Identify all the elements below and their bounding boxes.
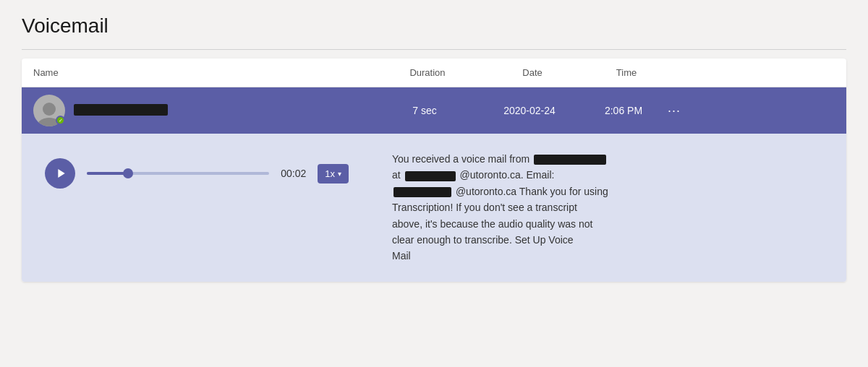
svg-marker-2	[58, 169, 64, 178]
transcript-line6: clear enough to transcribe. Set Up Voice	[392, 234, 574, 246]
play-icon	[56, 168, 67, 179]
voicemail-row[interactable]: 7 sec 2020-02-24 2:06 PM ···	[22, 87, 846, 134]
row-time: 2:06 PM	[587, 105, 660, 116]
speed-button[interactable]: 1x ▾	[318, 164, 349, 184]
time-display: 00:02	[281, 168, 306, 179]
chevron-down-icon: ▾	[338, 170, 341, 178]
detail-panel: 00:02 1x ▾ You received a voice mail fro…	[22, 134, 846, 282]
transcript-name-redacted	[534, 155, 606, 165]
transcript-email-redacted	[405, 171, 456, 181]
col-header-time: Time	[590, 67, 663, 78]
transcript-line4: Transcription! If you don't see a transc…	[392, 202, 577, 213]
column-headers: Name Duration Date Time	[22, 59, 846, 87]
progress-fill	[87, 172, 127, 175]
progress-bar[interactable]	[87, 172, 269, 175]
transcript-block: You received a voice mail from at @utoro…	[392, 151, 823, 264]
col-header-duration: Duration	[380, 67, 475, 78]
voicemail-container: Name Duration Date Time 7 sec 2020-02-24…	[22, 59, 846, 282]
transcript-line7: Mail	[392, 250, 411, 262]
avatar-container	[33, 95, 65, 126]
row-duration: 7 sec	[378, 105, 472, 116]
col-header-date: Date	[475, 67, 590, 78]
more-options-button[interactable]: ···	[660, 103, 689, 118]
online-badge	[56, 116, 65, 125]
svg-point-0	[43, 103, 56, 116]
transcript-line1-pre: You received a voice mail from	[392, 153, 529, 165]
name-redacted	[74, 104, 168, 116]
divider	[22, 49, 846, 50]
audio-player: 00:02 1x ▾	[45, 151, 349, 189]
transcript-line3-post: @utoronto.ca Thank you for using	[456, 186, 608, 197]
progress-thumb[interactable]	[123, 168, 133, 178]
row-date: 2020-02-24	[472, 105, 587, 116]
transcript-line2-pre: at	[392, 169, 401, 181]
caller-name	[74, 104, 378, 118]
col-header-name: Name	[33, 67, 380, 78]
transcript-email2-redacted	[393, 187, 451, 197]
page-title: Voicemail	[22, 14, 846, 38]
speed-label: 1x	[325, 168, 335, 179]
play-button[interactable]	[45, 158, 75, 189]
transcript-line2-post: @utoronto.ca. Email:	[459, 169, 554, 181]
transcript-line5: above, it's because the audio quality wa…	[392, 218, 592, 230]
